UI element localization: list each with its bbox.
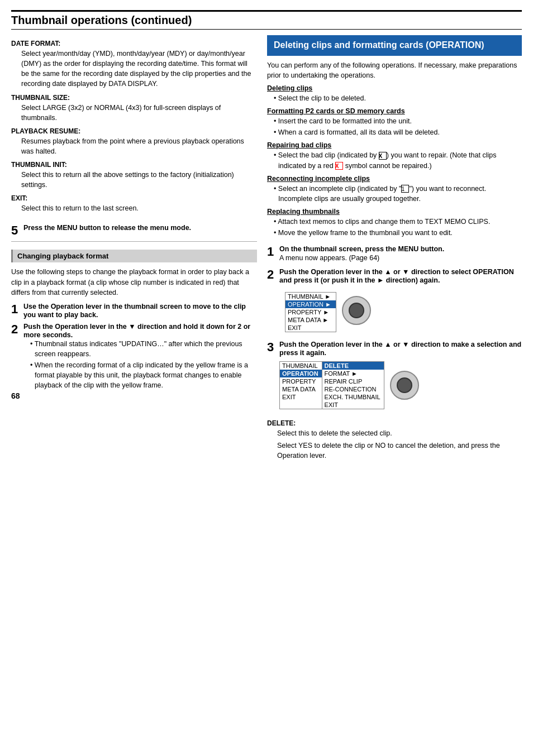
- date-format-body: Select year/month/day (YMD), month/day/y…: [21, 49, 257, 89]
- repairing-section: Repairing bad clips Select the bad clip …: [267, 141, 522, 170]
- playback-resume-section: PLAYBACK RESUME: Resumes playback from t…: [11, 127, 257, 156]
- step-5-title: Press the MENU button to release the men…: [23, 224, 191, 232]
- replacing-bullet-1: Move the yellow frame to the thumbnail y…: [274, 228, 522, 238]
- exit-section: EXIT: Select this to return to the last …: [11, 194, 257, 213]
- page-number: 68: [11, 391, 257, 400]
- submenu-row-0: THUMBNAIL DELETE: [280, 362, 384, 370]
- joystick-icon: [342, 296, 371, 325]
- formatting-section: Formatting P2 cards or SD memory cards I…: [267, 107, 522, 137]
- repairing-bullet-0: Select the bad clip (indicated by X) you…: [274, 150, 522, 170]
- changing-pb-header: Changing playback format: [11, 250, 257, 262]
- deleting-clips-section: Deleting clips Select the clip to be del…: [267, 84, 522, 103]
- submenu-row-2: PROPERTY REPAIR CLIP: [280, 377, 384, 385]
- menu-row-0: THUMBNAIL ►: [285, 293, 336, 300]
- thumbnail-init-header: THUMBNAIL INIT:: [11, 161, 257, 169]
- right-step-1-title: On the thumbnail screen, press the MENU …: [279, 245, 444, 253]
- delete-body-2: Select YES to delete the clip or NO to c…: [277, 441, 522, 461]
- menu-row-2: PROPERTY ►: [285, 308, 336, 316]
- submenu-row-1: OPERATION FORMAT ►: [280, 370, 384, 377]
- changing-step-1-number: 1: [11, 302, 21, 317]
- right-step-1-number: 1: [267, 245, 277, 259]
- step-3-submenu: THUMBNAIL DELETE OPERATION FORMAT ► PROP…: [279, 361, 384, 409]
- menu-row-4: EXIT: [285, 324, 336, 332]
- right-step-3-number: 3: [267, 340, 277, 355]
- repairing-header: Repairing bad clips: [267, 141, 522, 149]
- reconnecting-bullet-0: Select an incomplete clip (indicated by …: [274, 184, 522, 204]
- formatting-bullet-0: Insert the card to be formatted into the…: [274, 116, 522, 126]
- right-section-header: Deleting clips and formatting cards (OPE…: [267, 35, 522, 56]
- delete-header: DELETE:: [267, 419, 522, 427]
- exit-body: Select this to return to the last screen…: [21, 203, 257, 213]
- menu-row-3: META DATA ►: [285, 316, 336, 324]
- joystick-icon-2: [390, 371, 419, 400]
- right-step-1-body: A menu now appears. (Page 64): [279, 254, 522, 262]
- right-intro: You can perform any of the following ope…: [267, 60, 522, 80]
- right-step-2-number: 2: [267, 267, 277, 282]
- submenu-row-5: EXIT: [280, 401, 384, 409]
- right-step-2: 2 Push the Operation lever in the ▲ or ▼…: [267, 267, 522, 334]
- changing-step-2-title: Push the Operation lever in the ▼ direct…: [23, 323, 250, 339]
- right-step-3: 3 Push the Operation lever in the ▲ or ▼…: [267, 340, 522, 412]
- replacing-header: Replacing thumbnails: [267, 208, 522, 216]
- formatting-bullet-1: When a card is formatted, all its data w…: [274, 127, 522, 137]
- two-column-layout: DATE FORMAT: Select year/month/day (YMD)…: [11, 35, 522, 463]
- step-5: 5 Press the MENU button to release the m…: [11, 223, 257, 238]
- delete-body-1: Select this to delete the selected clip.: [277, 428, 522, 438]
- replacing-section: Replacing thumbnails Attach text memos t…: [267, 208, 522, 238]
- page-container: Thumbnail operations (continued) DATE FO…: [0, 0, 533, 756]
- deleting-clips-bullet-0: Select the clip to be deleted.: [274, 93, 522, 103]
- date-format-section: DATE FORMAT: Select year/month/day (YMD)…: [11, 40, 257, 89]
- thumbnail-size-header: THUMBNAIL SIZE:: [11, 94, 257, 102]
- changing-pb-intro: Use the following steps to change the pl…: [11, 267, 257, 297]
- thumbnail-size-body: Select LARGE (3x2) or NORMAL (4x3) for f…: [21, 103, 257, 123]
- playback-resume-body: Resumes playback from the point where a …: [21, 136, 257, 156]
- right-column: Deleting clips and formatting cards (OPE…: [267, 35, 522, 463]
- joystick-inner: [349, 303, 364, 318]
- changing-step-2-number: 2: [11, 322, 21, 337]
- date-format-header: DATE FORMAT:: [11, 40, 257, 47]
- changing-step-2-bullet-0: Thumbnail status indicates "UPDATING…" a…: [30, 339, 257, 359]
- section-divider: [11, 241, 257, 242]
- changing-step-1: 1 Use the Operation lever in the thumbna…: [11, 302, 257, 319]
- step-2-diagram: THUMBNAIL ► OPERATION ► PROPERTY ► META …: [279, 289, 522, 332]
- thumbnail-init-section: THUMBNAIL INIT: Select this to return al…: [11, 161, 257, 190]
- incomplete-icon: 1: [401, 185, 409, 193]
- submenu-row-4: EXIT EXCH. THUMBNAIL: [280, 393, 384, 401]
- step-3-diagram: THUMBNAIL DELETE OPERATION FORMAT ► PROP…: [279, 361, 522, 409]
- delete-section: DELETE: Select this to delete the select…: [267, 419, 522, 461]
- x-icon: X: [379, 152, 387, 160]
- submenu-row-3: META DATA RE-CONNECTION: [280, 385, 384, 393]
- left-column: DATE FORMAT: Select year/month/day (YMD)…: [11, 35, 257, 463]
- thumbnail-init-body: Select this to return all the above sett…: [21, 170, 257, 190]
- formatting-header: Formatting P2 cards or SD memory cards: [267, 107, 522, 115]
- page-title: Thumbnail operations (continued): [11, 10, 522, 30]
- exit-header: EXIT:: [11, 194, 257, 202]
- joystick-inner-2: [397, 377, 412, 393]
- reconnecting-section: Reconnecting incomplete clips Select an …: [267, 175, 522, 204]
- changing-step-2: 2 Push the Operation lever in the ▼ dire…: [11, 322, 257, 392]
- reconnecting-header: Reconnecting incomplete clips: [267, 175, 522, 183]
- x-icon-red: X: [335, 162, 343, 170]
- right-step-3-title: Push the Operation lever in the ▲ or ▼ d…: [279, 341, 521, 357]
- right-step-1: 1 On the thumbnail screen, press the MEN…: [267, 245, 522, 262]
- step-5-number: 5: [11, 223, 21, 238]
- changing-step-1-title: Use the Operation lever in the thumbnail…: [23, 303, 246, 319]
- thumbnail-size-section: THUMBNAIL SIZE: Select LARGE (3x2) or NO…: [11, 94, 257, 123]
- deleting-clips-header: Deleting clips: [267, 84, 522, 92]
- right-step-2-title: Push the Operation lever in the ▲ or ▼ d…: [279, 268, 514, 284]
- playback-resume-header: PLAYBACK RESUME:: [11, 127, 257, 135]
- step-2-menu: THUMBNAIL ► OPERATION ► PROPERTY ► META …: [285, 292, 336, 332]
- replacing-bullet-0: Attach text memos to clips and change th…: [274, 217, 522, 227]
- menu-row-1-highlight: OPERATION ►: [285, 300, 336, 308]
- changing-step-2-bullet-1: When the recording format of a clip indi…: [30, 360, 257, 390]
